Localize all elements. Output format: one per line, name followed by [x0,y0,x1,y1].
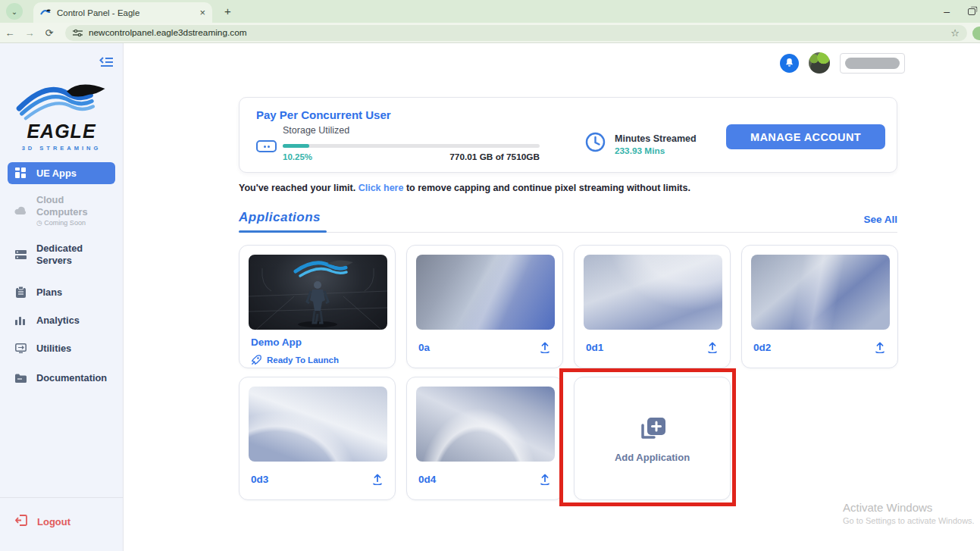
applications-header: Applications See All [239,210,897,225]
upload-icon[interactable] [371,473,384,485]
site-settings-icon[interactable] [73,29,83,37]
sidebar-item-label: Dedicated Servers [36,243,97,267]
sidebar: EAGLE 3D STREAMING UE Apps Cloud Compute… [0,43,124,551]
bar-chart-icon [14,315,27,325]
active-tab-underline [239,230,327,233]
applications-title: Applications [239,210,321,225]
forward-icon[interactable]: → [20,27,39,39]
app-status-text: Ready To Launch [267,355,339,365]
manage-account-button[interactable]: MANAGE ACCOUNT [726,124,885,149]
app-card-0d2[interactable]: 0d2 [741,245,898,368]
app-name: 0d2 [753,342,771,353]
new-tab-button[interactable]: + [224,5,231,17]
storage-detail: 770.01 GB of 7510GB [403,152,540,162]
sidebar-item-utilities[interactable]: Utilities [8,337,115,359]
app-status: Ready To Launch [249,355,386,365]
main-content: Pay Per Concurrent User Storage Utilized… [124,43,980,551]
sidebar-item-dedicated-servers[interactable]: Dedicated Servers [8,237,115,272]
watermark-line2: Go to Settings to activate Windows. [843,516,975,525]
grid-icon [14,167,27,179]
url-field[interactable]: newcontrolpanel.eagle3dstreaming.com ☆ [65,25,967,41]
remove-capping-link[interactable]: Click here [358,183,404,193]
divider [239,232,897,233]
annotation-highlight-box [559,368,736,506]
topbar [780,52,905,74]
logout-label: Logout [37,516,70,528]
sidebar-item-ue-apps[interactable]: UE Apps [8,162,115,184]
app-card-0d1[interactable]: 0d1 [574,245,731,368]
rocket-icon [251,355,261,365]
upload-icon[interactable] [539,473,551,485]
user-avatar[interactable] [809,52,830,74]
app-name: 0d4 [418,474,436,485]
cloud-icon [14,206,27,215]
app-thumbnail [416,387,555,462]
browser-tab[interactable]: Control Panel - Eagle × [33,2,212,23]
sidebar-footer: Logout [0,497,123,551]
app-name: 0d1 [586,342,603,353]
limit-notice-suffix: to remove capping and continue pixel str… [403,183,690,193]
reload-icon[interactable]: ⟳ [39,27,59,39]
brand-logo: EAGLE 3D STREAMING [0,77,123,152]
bookmark-star-icon[interactable]: ☆ [950,27,960,39]
browser-tabstrip: ⌄ Control Panel - Eagle × + – [0,0,980,23]
sidebar-item-label: Documentation [36,372,107,384]
folder-icon [14,374,27,383]
sidebar-item-plans[interactable]: Plans [8,281,115,303]
storage-progress-fill [283,144,309,148]
upload-icon[interactable] [539,341,551,353]
brand-name: EAGLE [0,121,123,142]
url-text: newcontrolpanel.eagle3dstreaming.com [89,27,944,38]
billing-summary-card: Pay Per Concurrent User Storage Utilized… [239,97,897,173]
upload-icon[interactable] [706,341,719,353]
sidebar-item-label: Analytics [36,315,80,326]
app-card-0d4[interactable]: 0d4 [406,377,563,500]
logout-button[interactable]: Logout [15,515,123,528]
sidebar-collapse-icon[interactable] [99,56,114,70]
sidebar-item-documentation[interactable]: Documentation [8,367,115,389]
watermark-line1: Activate Windows [843,501,975,514]
window-minimize-button[interactable]: – [944,5,950,17]
window-maximize-button[interactable] [968,8,975,15]
window-controls: – [944,0,980,23]
minutes-streamed-value: 233.93 Mins [615,146,665,156]
back-icon[interactable]: ← [0,27,20,39]
sidebar-item-label: Plans [36,286,62,298]
clock-icon [585,132,606,155]
coming-soon-badge: ◷ Coming Soon [36,219,109,227]
app-name: Demo App [249,337,386,348]
app-thumbnail [584,255,722,330]
notifications-button[interactable] [780,54,799,73]
sidebar-item-cloud-computers[interactable]: Cloud Computers ◷ Coming Soon [8,189,115,233]
storage-progress-bar [283,144,540,148]
sidebar-item-label: Cloud Computers [36,194,88,218]
sidebar-item-label: UE Apps [36,167,77,179]
app-body: EAGLE 3D STREAMING UE Apps Cloud Compute… [0,43,980,551]
sidebar-menu: UE Apps Cloud Computers ◷ Coming Soon [0,162,123,389]
activate-windows-watermark: Activate Windows Go to Settings to activ… [843,501,975,525]
app-name: 0a [418,342,430,353]
limit-notice-prefix: You've reached your limit. [239,183,358,193]
see-all-link[interactable]: See All [863,214,897,225]
upload-icon[interactable] [874,341,886,353]
app-card-demo[interactable]: Demo App Ready To Launch [239,245,396,368]
tab-search-button[interactable]: ⌄ [6,3,23,20]
username-redacted [845,58,900,69]
tab-close-icon[interactable]: × [199,8,205,17]
sidebar-item-analytics[interactable]: Analytics [8,309,115,331]
tab-title: Control Panel - Eagle [57,8,194,17]
sidebar-item-label: Utilities [36,343,71,354]
eagle-logo-icon [15,77,108,121]
tab-favicon-eagle-icon [40,8,52,17]
app-name: 0d3 [251,474,268,485]
app-card-0d3[interactable]: 0d3 [239,377,396,500]
app-thumbnail [416,255,555,330]
plan-title: Pay Per Concurrent User [256,108,391,121]
username-box[interactable] [840,53,905,74]
browser-urlbar: ← → ⟳ newcontrolpanel.eagle3dstreaming.c… [0,23,980,43]
storage-percent: 10.25% [283,152,312,161]
logout-icon [15,515,27,528]
app-card-0a[interactable]: 0a [406,245,563,368]
minutes-streamed-label: Minutes Streamed [615,133,697,144]
bell-icon [784,58,794,68]
